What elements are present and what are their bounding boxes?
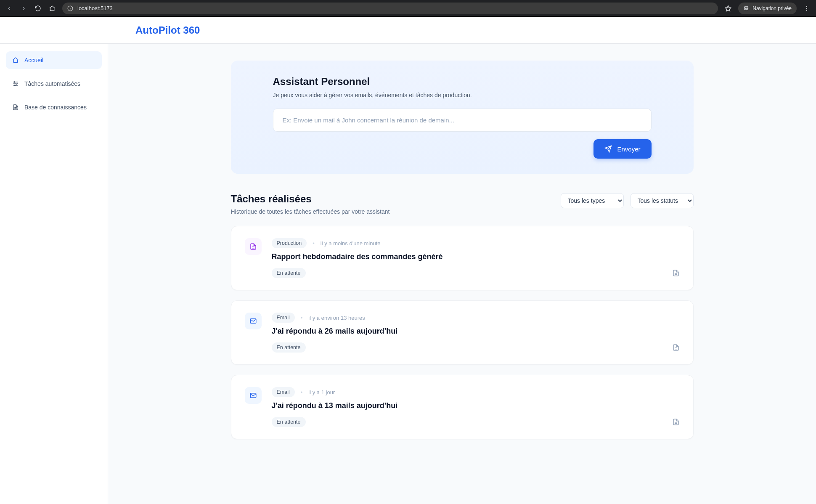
assistant-title: Assistant Personnel xyxy=(273,76,652,88)
task-type-badge: Email xyxy=(272,387,295,397)
sidebar-item-taches[interactable]: Tâches automatisées xyxy=(6,75,102,93)
tasks-header: Tâches réalisées Historique de toutes le… xyxy=(231,193,694,215)
sidebar-item-label: Tâches automatisées xyxy=(24,80,80,87)
file-icon xyxy=(249,243,257,250)
svg-point-4 xyxy=(744,8,746,10)
task-card[interactable]: Email • il y a 1 jour J'ai répondu à 13 … xyxy=(231,375,694,439)
svg-point-6 xyxy=(806,6,807,7)
back-button[interactable] xyxy=(5,4,13,13)
mail-icon xyxy=(249,392,257,399)
menu-button[interactable] xyxy=(803,4,811,13)
assistant-subtitle: Je peux vous aider à gérer vos emails, é… xyxy=(273,92,652,98)
task-status-badge: En attente xyxy=(272,268,306,278)
separator-dot: • xyxy=(313,240,315,247)
sidebar: Accueil Tâches automatisées Base de conn… xyxy=(0,44,108,504)
sidebar-item-base-connaissances[interactable]: Base de connaissances xyxy=(6,98,102,116)
mail-icon xyxy=(249,317,257,325)
document-icon[interactable] xyxy=(672,418,680,426)
task-type-badge: Email xyxy=(272,313,295,323)
file-icon xyxy=(12,103,19,111)
site-info-icon[interactable] xyxy=(67,5,73,11)
sliders-icon xyxy=(12,80,19,88)
brand-logo[interactable]: AutoPilot 360 xyxy=(135,24,200,36)
svg-point-8 xyxy=(806,10,807,11)
sidebar-item-label: Accueil xyxy=(24,57,43,64)
document-icon[interactable] xyxy=(672,269,680,277)
sidebar-item-label: Base de connaissances xyxy=(24,104,87,111)
app-header: AutoPilot 360 xyxy=(0,17,816,44)
filter-type-select[interactable]: Tous les types xyxy=(561,193,624,208)
send-label: Envoyer xyxy=(617,146,640,153)
home-icon xyxy=(12,56,19,64)
url-text: localhost:5173 xyxy=(77,5,113,11)
task-time: il y a 1 jour xyxy=(308,389,335,395)
bookmark-button[interactable] xyxy=(724,4,732,13)
svg-point-13 xyxy=(16,83,17,85)
svg-point-5 xyxy=(747,8,748,10)
task-type-icon-wrap xyxy=(245,238,262,255)
send-button[interactable]: Envoyer xyxy=(593,139,651,159)
task-type-icon-wrap xyxy=(245,387,262,404)
svg-point-12 xyxy=(14,82,15,83)
task-list: Production • il y a moins d'une minute R… xyxy=(231,226,694,439)
browser-chrome: localhost:5173 Navigation privée xyxy=(0,0,816,17)
task-title: J'ai répondu à 13 mails aujourd'hui xyxy=(272,401,680,410)
tasks-subtitle: Historique de toutes les tâches effectué… xyxy=(231,208,390,215)
assistant-input[interactable] xyxy=(273,109,652,132)
incognito-badge[interactable]: Navigation privée xyxy=(738,3,797,14)
home-button[interactable] xyxy=(48,4,56,13)
reload-button[interactable] xyxy=(34,4,42,13)
task-type-icon-wrap xyxy=(245,313,262,329)
task-title: Rapport hebdomadaire des commandes génér… xyxy=(272,252,680,261)
tasks-title: Tâches réalisées xyxy=(231,193,390,205)
svg-point-14 xyxy=(14,85,16,86)
svg-point-7 xyxy=(806,8,807,8)
task-status-badge: En attente xyxy=(272,417,306,427)
forward-button[interactable] xyxy=(19,4,28,13)
filter-status-select[interactable]: Tous les statuts xyxy=(631,193,694,208)
separator-dot: • xyxy=(301,389,303,395)
task-status-badge: En attente xyxy=(272,342,306,353)
task-title: J'ai répondu à 26 mails aujourd'hui xyxy=(272,327,680,336)
task-card[interactable]: Email • il y a environ 13 heures J'ai ré… xyxy=(231,300,694,365)
incognito-label: Navigation privée xyxy=(752,5,792,11)
svg-marker-3 xyxy=(726,5,731,11)
separator-dot: • xyxy=(301,315,303,321)
task-time: il y a environ 13 heures xyxy=(308,315,365,321)
incognito-icon xyxy=(743,5,749,11)
main-content: Assistant Personnel Je peux vous aider à… xyxy=(108,44,816,504)
address-bar[interactable]: localhost:5173 xyxy=(62,3,718,14)
document-icon[interactable] xyxy=(672,344,680,351)
task-card[interactable]: Production • il y a moins d'une minute R… xyxy=(231,226,694,290)
send-icon xyxy=(604,145,612,153)
assistant-card: Assistant Personnel Je peux vous aider à… xyxy=(231,61,694,174)
task-type-badge: Production xyxy=(272,238,307,248)
sidebar-item-accueil[interactable]: Accueil xyxy=(6,51,102,69)
task-time: il y a moins d'une minute xyxy=(321,240,381,247)
